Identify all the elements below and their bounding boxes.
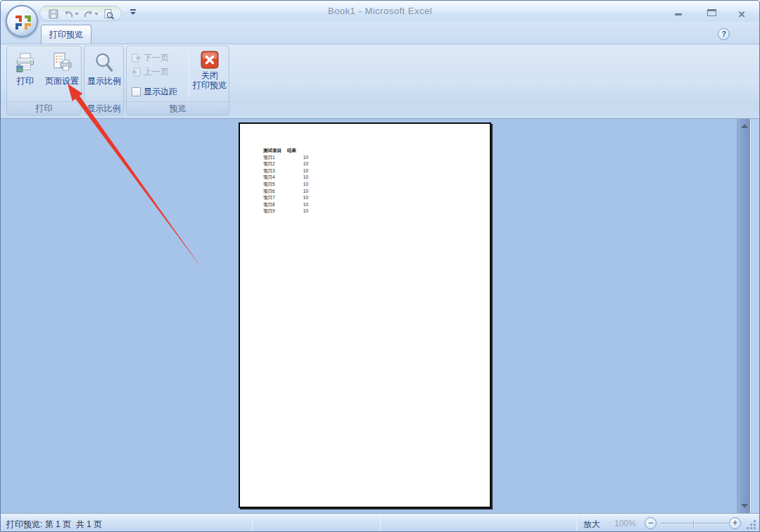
zoom-button-label: 显示比例 xyxy=(87,76,121,86)
magnifier-icon xyxy=(94,52,114,73)
table-row: 项目910 xyxy=(263,208,310,215)
show-margins-checkbox[interactable]: 显示边距 xyxy=(132,86,177,98)
qat-customize-icon xyxy=(130,9,136,11)
zoom-in-button[interactable]: + xyxy=(729,517,741,529)
maximize-icon xyxy=(707,9,716,16)
table-row: 项目210 xyxy=(263,160,310,167)
window-frame-strip xyxy=(752,119,760,513)
help-icon: ? xyxy=(721,30,726,38)
print-button[interactable]: 打印 xyxy=(10,49,41,86)
tab-print-preview[interactable]: 打印预览 xyxy=(41,25,91,44)
print-button-label: 打印 xyxy=(17,76,34,86)
zoom-out-button[interactable]: − xyxy=(645,517,657,529)
table-row: 项目410 xyxy=(263,174,310,181)
page-status-text: 打印预览: 第 1 页 共 1 页 xyxy=(6,519,102,531)
prev-page-label: 上一页 xyxy=(144,66,169,78)
group-zoom: 显示比例 显示比例 xyxy=(84,46,124,115)
status-divider xyxy=(380,516,381,531)
maximize-button[interactable] xyxy=(702,8,721,19)
qat-customize-button[interactable] xyxy=(129,9,137,18)
quick-access-toolbar xyxy=(39,6,122,21)
zoom-slider-track[interactable] xyxy=(661,523,728,524)
redo-dropdown-icon[interactable] xyxy=(94,13,99,15)
close-preview-label-2: 打印预览 xyxy=(193,80,227,90)
status-bar: 打印预览: 第 1 页 共 1 页 放大 100% − + xyxy=(1,513,759,532)
prev-page-icon xyxy=(132,68,141,77)
show-margins-label: 显示边距 xyxy=(144,86,177,98)
status-divider xyxy=(576,516,577,531)
prev-page-button: 上一页 xyxy=(132,66,169,78)
next-page-label: 下一页 xyxy=(144,52,169,64)
page-setup-button-label: 页面设置 xyxy=(45,76,79,86)
minimize-button[interactable] xyxy=(669,8,688,19)
table-row: 项目110 xyxy=(263,154,310,161)
redo-icon xyxy=(83,9,94,20)
group-print-label: 打印 xyxy=(7,101,81,115)
status-divider xyxy=(252,516,253,531)
ribbon: 打印 页面设置 打印 xyxy=(1,44,759,119)
group-divider xyxy=(189,51,189,99)
close-print-preview-button[interactable]: 关闭 打印预览 xyxy=(191,48,228,90)
print-preview-qat-button[interactable] xyxy=(102,8,115,20)
undo-button[interactable] xyxy=(63,9,80,20)
excel-window: Book1 - Microsoft Excel ✕ xyxy=(0,0,760,532)
save-icon xyxy=(48,8,59,20)
zoom-level-value: 100% xyxy=(614,519,636,528)
zoom-slider-notch[interactable] xyxy=(693,520,695,527)
checkbox-icon[interactable] xyxy=(132,87,141,96)
resize-grip-icon xyxy=(754,527,756,529)
title-bar: Book1 - Microsoft Excel ✕ xyxy=(1,1,759,22)
print-preview-canvas: 测试项目 结果 项目110 项目210 项目310 项目410 项目510 项目… xyxy=(1,119,759,513)
resize-grip[interactable] xyxy=(747,520,756,530)
page-setup-icon xyxy=(51,52,72,73)
next-page-button: 下一页 xyxy=(132,52,169,64)
office-button[interactable] xyxy=(6,5,38,37)
printer-icon xyxy=(15,52,36,73)
ribbon-tab-row: 打印预览 xyxy=(1,22,759,44)
table-row: 项目810 xyxy=(263,201,310,208)
group-zoom-label: 显示比例 xyxy=(84,101,123,115)
zoom-button[interactable]: 显示比例 xyxy=(86,49,122,86)
close-preview-icon xyxy=(201,51,219,69)
page-setup-button[interactable]: 页面设置 xyxy=(44,49,80,86)
group-preview-label: 预览 xyxy=(127,101,229,115)
print-preview-icon xyxy=(103,8,115,20)
close-preview-label-1: 关闭 xyxy=(201,70,218,80)
preview-page: 测试项目 结果 项目110 项目210 项目310 项目410 项目510 项目… xyxy=(239,122,491,508)
table-header-row: 测试项目 结果 xyxy=(263,147,310,154)
table-row: 项目610 xyxy=(263,188,310,195)
vertical-scrollbar[interactable] xyxy=(737,119,751,513)
table-row: 项目710 xyxy=(263,194,310,201)
col-header-item: 测试项目 xyxy=(263,147,287,154)
redo-button[interactable] xyxy=(82,9,99,20)
close-icon: ✕ xyxy=(738,9,746,20)
help-button[interactable]: ? xyxy=(718,28,730,40)
undo-dropdown-icon[interactable] xyxy=(75,13,79,15)
scroll-down-icon[interactable] xyxy=(741,504,748,508)
minimize-icon xyxy=(675,13,682,15)
next-page-icon xyxy=(132,53,141,63)
close-button[interactable]: ✕ xyxy=(733,8,751,19)
office-logo-icon xyxy=(13,13,33,32)
save-button[interactable] xyxy=(47,8,60,20)
table-row: 项目510 xyxy=(263,181,310,188)
undo-icon xyxy=(63,9,74,20)
sheet-table: 测试项目 结果 项目110 项目210 项目310 项目410 项目510 项目… xyxy=(263,147,310,215)
group-preview: 下一页 上一页 显示边距 关闭 打印预 xyxy=(126,46,229,115)
table-row: 项目310 xyxy=(263,167,310,175)
scroll-up-icon[interactable] xyxy=(741,124,748,128)
zoom-level-label: 放大 xyxy=(583,519,600,531)
col-header-result: 结果 xyxy=(287,147,308,154)
group-print: 打印 页面设置 打印 xyxy=(6,46,82,115)
